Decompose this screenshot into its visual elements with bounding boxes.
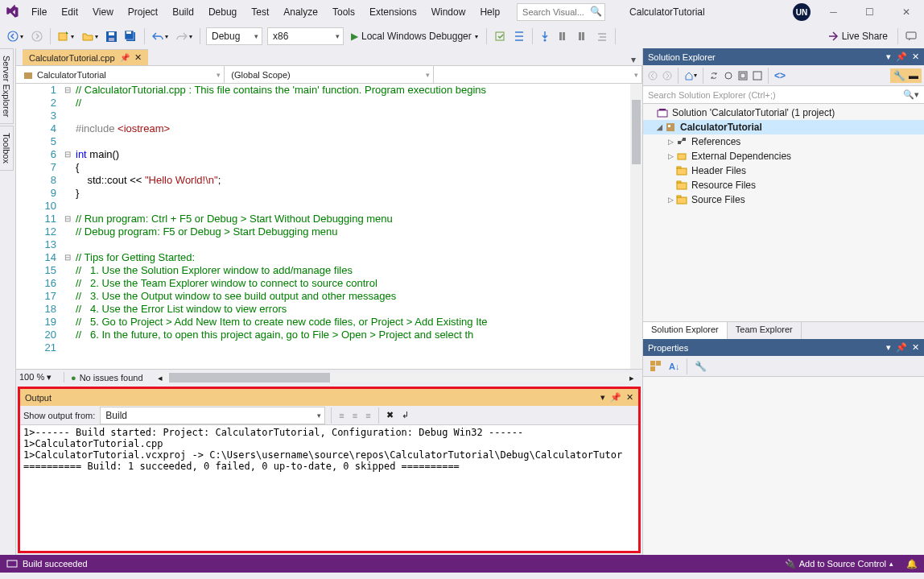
tree-project-node[interactable]: ◢ CalculatorTutorial: [643, 120, 924, 134]
se-pin-icon[interactable]: 📌: [896, 52, 907, 62]
pin-icon[interactable]: 📌: [120, 53, 130, 62]
add-source-control-button[interactable]: Add to Source Control: [799, 559, 886, 569]
nav-scope-project[interactable]: CalculatorTutorial: [16, 66, 225, 83]
step-over-button[interactable]: [554, 28, 573, 44]
issues-indicator[interactable]: ●No issues found: [64, 373, 150, 383]
props-alpha-button[interactable]: A↓: [665, 359, 683, 374]
se-refresh-button[interactable]: [721, 68, 736, 83]
search-icon: 🔍: [590, 6, 602, 17]
se-sync-button[interactable]: [707, 68, 721, 83]
step-out-button[interactable]: [573, 28, 592, 44]
se-search-box[interactable]: Search Solution Explorer (Ctrl+;) 🔍▾: [643, 86, 924, 104]
se-collapse-button[interactable]: [736, 68, 750, 83]
vs-logo-icon: [0, 0, 24, 24]
project-icon: [664, 122, 677, 133]
toolbar-btn-a[interactable]: [490, 28, 509, 44]
tree-node[interactable]: ▷Source Files: [643, 192, 924, 207]
panel-pin-icon[interactable]: 📌: [610, 392, 621, 403]
se-code-button[interactable]: <>: [772, 68, 788, 84]
props-wrench-button[interactable]: 🔧: [691, 358, 711, 374]
props-dropdown-icon[interactable]: ▾: [886, 342, 891, 353]
output-text[interactable]: 1>------ Build started: Project: Calcula…: [20, 425, 638, 551]
tree-solution-node[interactable]: Solution 'CalculatorTutorial' (1 project…: [643, 105, 924, 120]
code-body[interactable]: // CalculatorTutorial.cpp : This file co…: [76, 84, 642, 369]
wrap-output-button[interactable]: ↲: [398, 407, 413, 423]
props-close-icon[interactable]: ✕: [912, 342, 919, 353]
undo-button[interactable]: ▾: [148, 29, 172, 43]
se-close-icon[interactable]: ✕: [912, 52, 919, 62]
menu-view[interactable]: View: [85, 2, 121, 23]
output-btn-3[interactable]: ≡: [361, 408, 374, 423]
se-extra-icon[interactable]: ▬: [909, 70, 918, 81]
output-btn-1[interactable]: ≡: [335, 408, 348, 423]
tab-dropdown-icon[interactable]: ▾: [631, 54, 636, 65]
nav-scope-type[interactable]: (Global Scope): [225, 66, 433, 83]
fold-column[interactable]: ⊟⊟⊟⊟: [64, 84, 76, 369]
clear-output-button[interactable]: ✖: [382, 407, 398, 423]
menu-test[interactable]: Test: [244, 2, 276, 23]
live-share-button[interactable]: Live Share: [821, 31, 894, 42]
solution-tree[interactable]: Solution 'CalculatorTutorial' (1 project…: [643, 104, 924, 321]
close-button[interactable]: ✕: [888, 0, 924, 24]
se-fwd-button[interactable]: [660, 68, 674, 83]
props-categorized-button[interactable]: [646, 358, 665, 374]
props-pin-icon[interactable]: 📌: [896, 342, 907, 353]
horizontal-scrollbar[interactable]: ◂▸: [158, 373, 634, 383]
save-all-button[interactable]: [121, 28, 141, 44]
output-btn-2[interactable]: ≡: [349, 408, 361, 423]
menu-file[interactable]: File: [24, 2, 54, 23]
solution-platform-dropdown[interactable]: x86: [267, 27, 344, 45]
user-avatar[interactable]: UN: [793, 3, 811, 21]
panel-dropdown-icon[interactable]: ▾: [600, 392, 605, 403]
menu-project[interactable]: Project: [121, 2, 165, 23]
menu-tools[interactable]: Tools: [325, 2, 362, 23]
open-button[interactable]: ▾: [78, 28, 102, 44]
properties-toolbar: A↓ 🔧: [643, 356, 924, 377]
tree-node[interactable]: Resource Files: [643, 178, 924, 192]
se-home-button[interactable]: ▾: [682, 68, 699, 83]
new-project-button[interactable]: ▾: [54, 28, 78, 44]
menu-window[interactable]: Window: [424, 2, 473, 23]
wrench-icon[interactable]: 🔧: [893, 70, 905, 81]
tab-solution-explorer[interactable]: Solution Explorer: [643, 322, 728, 339]
panel-close-icon[interactable]: ✕: [626, 392, 633, 403]
svg-rect-11: [559, 32, 562, 40]
save-button[interactable]: [102, 29, 121, 44]
tree-node[interactable]: ▷External Dependencies: [643, 149, 924, 163]
notifications-icon[interactable]: 🔔: [906, 559, 918, 569]
code-editor[interactable]: 123456789101112131415161718192021 ⊟⊟⊟⊟ /…: [16, 84, 642, 369]
svg-rect-27: [683, 138, 686, 141]
minimize-button[interactable]: ─: [815, 0, 852, 24]
maximize-button[interactable]: ☐: [852, 0, 888, 24]
toolbox-tab[interactable]: Toolbox: [0, 126, 14, 171]
menu-debug[interactable]: Debug: [201, 2, 244, 23]
menu-extensions[interactable]: Extensions: [362, 2, 424, 23]
redo-button[interactable]: ▾: [172, 29, 196, 43]
output-source-dropdown[interactable]: Build: [100, 407, 325, 424]
nav-fwd-button[interactable]: [27, 28, 47, 44]
menu-edit[interactable]: Edit: [54, 2, 85, 23]
se-showall-button[interactable]: [750, 68, 765, 83]
tree-node[interactable]: Header Files: [643, 163, 924, 178]
tree-node[interactable]: ▷References: [643, 134, 924, 149]
tab-team-explorer[interactable]: Team Explorer: [728, 322, 802, 339]
feedback-button[interactable]: [901, 28, 921, 44]
document-tab[interactable]: CalculatorTutorial.cpp 📌 ✕: [23, 49, 148, 65]
solution-config-dropdown[interactable]: Debug: [206, 27, 262, 45]
menu-help[interactable]: Help: [472, 2, 507, 23]
menu-analyze[interactable]: Analyze: [276, 2, 325, 23]
start-debugging-button[interactable]: ▶Local Windows Debugger▾: [346, 29, 483, 43]
toolbar-btn-c[interactable]: [592, 28, 612, 44]
svg-point-17: [649, 72, 657, 80]
menu-build[interactable]: Build: [165, 2, 201, 23]
step-into-button[interactable]: [536, 28, 554, 44]
editor-scrollbar[interactable]: [630, 84, 642, 369]
se-back-button[interactable]: [646, 68, 660, 83]
se-dropdown-icon[interactable]: ▾: [886, 52, 891, 62]
close-tab-icon[interactable]: ✕: [134, 52, 142, 63]
zoom-dropdown[interactable]: 100 % ▾: [16, 372, 64, 383]
server-explorer-tab[interactable]: Server Explorer: [0, 48, 14, 124]
nav-scope-member[interactable]: [434, 66, 642, 83]
nav-back-button[interactable]: ▾: [3, 28, 27, 44]
toolbar-btn-b[interactable]: [509, 28, 529, 44]
